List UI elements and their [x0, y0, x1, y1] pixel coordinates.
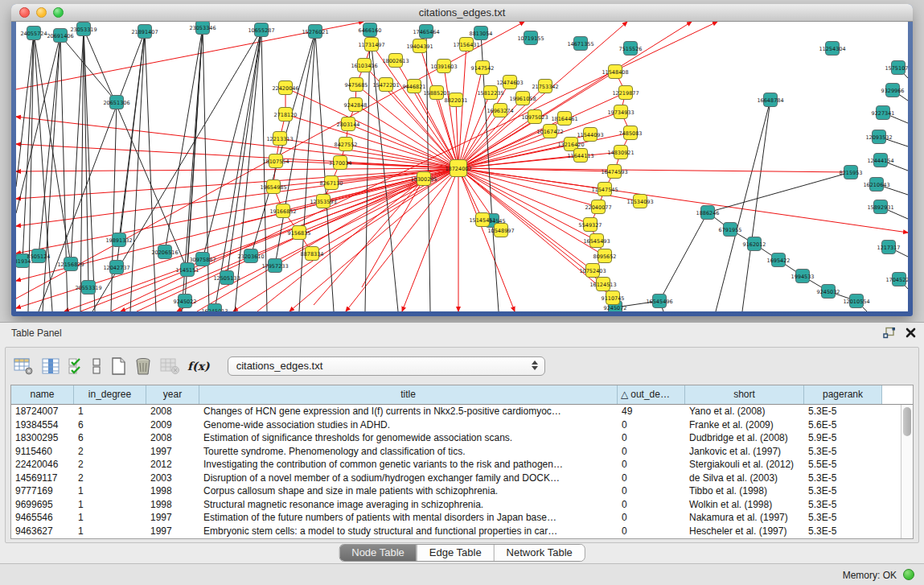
table-row[interactable]: 1456911722003Disruption of a novel membe… [11, 472, 901, 485]
table-cell[interactable]: 49 [618, 405, 685, 418]
table-cell[interactable]: Nakamura et al. (1997) [685, 511, 804, 525]
column-header[interactable]: title [199, 385, 618, 404]
close-panel-icon[interactable] [906, 328, 916, 338]
table-cell[interactable]: 2 [74, 458, 146, 472]
table-cell[interactable]: 5.3E-5 [804, 405, 882, 418]
table-cell[interactable]: Wolkin et al. (1998) [685, 498, 804, 512]
table-cell[interactable]: 5.3E-5 [804, 498, 882, 512]
table-cell[interactable]: 5.3E-5 [804, 511, 882, 525]
table-cell[interactable]: Dudbridge et al. (2008) [685, 431, 804, 445]
table-cell[interactable]: 5.3E-5 [804, 445, 882, 459]
table-cell[interactable]: 0 [618, 484, 685, 498]
table-cell[interactable]: 0 [618, 498, 685, 512]
table-cell[interactable]: 5.5E-5 [804, 458, 882, 472]
table-cell[interactable]: 18724007 [11, 405, 74, 418]
table-cell[interactable]: 0 [618, 445, 685, 459]
tab-edge-table[interactable]: Edge Table [417, 545, 494, 561]
clear-table-button[interactable] [158, 356, 181, 376]
table-cell[interactable]: Tibbo et al. (1998) [685, 484, 804, 498]
table-selector-dropdown[interactable]: citations_edges.txt [228, 356, 545, 376]
table-cell[interactable]: 9115460 [11, 445, 74, 459]
column-header[interactable]: name [11, 385, 74, 404]
table-cell[interactable]: 2009 [146, 418, 199, 432]
network-graph[interactable]: 1872400718300295240557242069140623053319… [16, 22, 908, 311]
float-panel-icon[interactable] [883, 327, 896, 339]
select-columns-button[interactable] [67, 356, 84, 376]
column-header[interactable]: △out_de… [618, 385, 685, 404]
table-row[interactable]: 911546021997Tourette syndrome. Phenomeno… [11, 445, 901, 459]
table-cell[interactable]: 1998 [146, 498, 199, 512]
table-cell[interactable]: Franke et al. (2009) [685, 418, 804, 432]
table-cell[interactable]: 22420046 [11, 458, 74, 472]
table-cell[interactable]: Structural magnetic resonance image aver… [199, 498, 618, 512]
table-cell[interactable]: 5.6E-5 [804, 418, 882, 432]
table-row[interactable]: 977716911998Corpus callosum shape and si… [11, 484, 901, 498]
table-cell[interactable]: 6 [74, 418, 146, 432]
table-cell[interactable]: Genome-wide association studies in ADHD. [199, 418, 618, 432]
column-header[interactable]: pagerank [804, 385, 882, 404]
table-row[interactable]: 969969511998Structural magnetic resonanc… [11, 498, 901, 512]
tab-network-table[interactable]: Network Table [494, 545, 585, 561]
table-cell[interactable]: 9777169 [11, 484, 74, 498]
new-table-button[interactable] [109, 356, 128, 377]
row-height-button[interactable] [90, 356, 103, 376]
table-cell[interactable]: 0 [618, 525, 685, 538]
column-header[interactable]: in_degree [74, 385, 146, 404]
network-canvas[interactable]: 1872400718300295240557242069140623053319… [16, 22, 908, 311]
table-cell[interactable]: Changes of HCN gene expression and I(f) … [199, 405, 618, 418]
table-cell[interactable]: 2008 [146, 431, 199, 445]
tab-node-table[interactable]: Node Table [339, 545, 417, 561]
table-cell[interactable]: 5.3E-5 [804, 484, 882, 498]
delete-table-button[interactable] [133, 356, 153, 377]
table-cell[interactable]: 0 [618, 458, 685, 472]
table-cell[interactable]: 1 [74, 525, 146, 538]
table-row[interactable]: 946554611997Estimation of the future num… [11, 511, 901, 525]
table-cell[interactable]: 14569117 [11, 472, 74, 485]
table-row[interactable]: 946362711997Embryonic stem cells: a mode… [11, 525, 901, 538]
table-cell[interactable]: 0 [618, 431, 685, 445]
table-cell[interactable]: 2 [74, 472, 146, 485]
table-cell[interactable]: 1 [74, 511, 146, 525]
table-cell[interactable]: Jankovic et al. (1997) [685, 445, 804, 459]
table-cell[interactable]: Stergiakouli et al. (2012) [685, 458, 804, 472]
table-cell[interactable]: 9699695 [11, 498, 74, 512]
vertical-scrollbar[interactable] [901, 405, 913, 538]
table-cell[interactable]: 2008 [146, 405, 199, 418]
table-cell[interactable]: 1997 [146, 511, 199, 525]
table-cell[interactable]: 0 [618, 511, 685, 525]
table-cell[interactable]: 0 [618, 418, 685, 432]
column-header[interactable]: year [146, 385, 199, 404]
table-cell[interactable]: 19384554 [11, 418, 74, 432]
table-cell[interactable]: 0 [618, 472, 685, 485]
table-mode-button[interactable] [12, 356, 35, 376]
table-cell[interactable]: 1997 [146, 525, 199, 538]
table-cell[interactable]: 1997 [146, 445, 199, 459]
table-cell[interactable]: Yano et al. (2008) [685, 405, 804, 418]
table-cell[interactable]: Investigating the contribution of common… [199, 458, 618, 472]
table-cell[interactable]: de Silva et al. (2003) [685, 472, 804, 485]
table-row[interactable]: 1872400712008Changes of HCN gene express… [11, 405, 901, 418]
table-cell[interactable]: 9463627 [11, 525, 74, 538]
table-cell[interactable]: 5.3E-5 [804, 525, 882, 538]
insert-column-button[interactable] [40, 356, 61, 376]
table-cell[interactable]: Hescheler et al. (1997) [685, 525, 804, 538]
memory-status-icon[interactable] [903, 569, 914, 580]
function-builder-button[interactable]: f(x) [187, 359, 211, 373]
column-header[interactable]: short [685, 385, 804, 404]
table-cell[interactable]: 1 [74, 484, 146, 498]
scrollbar-thumb[interactable] [903, 407, 911, 436]
table-cell[interactable]: 2 [74, 445, 146, 459]
table-cell[interactable]: 1 [74, 498, 146, 512]
table-cell[interactable]: 9465546 [11, 511, 74, 525]
table-cell[interactable]: Embryonic stem cells: a model to study s… [199, 525, 618, 538]
table-cell[interactable]: Estimation of the future numbers of pati… [199, 511, 618, 525]
table-cell[interactable]: 2012 [146, 458, 199, 472]
table-cell[interactable]: 2003 [146, 472, 199, 485]
table-cell[interactable]: 5.3E-5 [804, 472, 882, 485]
window-titlebar[interactable]: citations_edges.txt [11, 4, 913, 22]
table-cell[interactable]: Estimation of significance thresholds fo… [199, 431, 618, 445]
table-cell[interactable]: 1 [74, 405, 146, 418]
table-cell[interactable]: 18300295 [11, 431, 74, 445]
table-cell[interactable]: Tourette syndrome. Phenomenology and cla… [199, 445, 618, 459]
table-cell[interactable]: 1998 [146, 484, 199, 498]
